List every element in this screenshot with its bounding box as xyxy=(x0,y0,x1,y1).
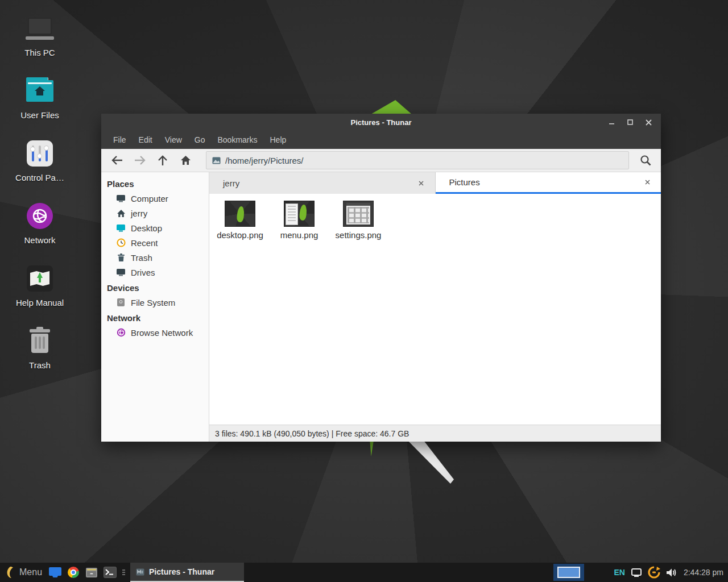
search-button[interactable] xyxy=(636,151,655,169)
applications-menu-button[interactable]: Menu xyxy=(3,563,44,582)
tab-label: jerry xyxy=(223,178,239,188)
sidebar-item-label: Computer xyxy=(131,194,168,203)
desktop-icon-trash[interactable]: Trash xyxy=(5,326,75,385)
volume-icon[interactable] xyxy=(666,568,677,577)
file-desktop-png[interactable]: desktop.png xyxy=(213,198,267,240)
active-workspace[interactable] xyxy=(557,567,580,578)
wallpaper-logo-white-blade xyxy=(405,442,454,484)
clock[interactable]: 2:44:28 pm xyxy=(682,568,723,577)
file-cabinet-icon xyxy=(85,567,98,578)
back-button[interactable] xyxy=(107,152,127,169)
file-system-drive-icon xyxy=(116,298,126,307)
sidebar-item-jerry[interactable]: jerry xyxy=(101,206,209,221)
computer-icon xyxy=(116,194,126,203)
file-name: menu.png xyxy=(280,230,318,240)
tab-close-button[interactable] xyxy=(642,177,653,188)
sidebar-item-label: File System xyxy=(131,298,175,307)
image-file-icon xyxy=(212,157,221,164)
tasklist-grip[interactable] xyxy=(121,569,127,575)
status-bar: 3 files: 490.1 kB (490,050 bytes) | Free… xyxy=(209,425,661,442)
this-pc-icon xyxy=(25,14,55,43)
help-manual-icon xyxy=(25,264,55,293)
desktop-icon-user-files[interactable]: User Files xyxy=(5,76,75,135)
blue-display-icon xyxy=(48,567,62,578)
wallpaper-logo-green-sliver xyxy=(367,442,377,456)
minimize-button[interactable] xyxy=(605,116,619,128)
file-thumbnail xyxy=(343,201,374,227)
home-icon xyxy=(116,209,126,218)
taskbar-window-label: Pictures - Thunar xyxy=(149,567,214,576)
distro-logo-icon xyxy=(6,566,15,579)
desktop-icon-help-manual[interactable]: Help Manual xyxy=(5,264,75,323)
sidebar-item-label: Recent xyxy=(131,238,158,248)
update-manager-icon[interactable] xyxy=(648,566,660,579)
file-menu-png[interactable]: menu.png xyxy=(272,198,326,240)
window-titlebar[interactable]: Pictures - Thunar xyxy=(101,114,661,131)
sidebar-item-recent[interactable]: Recent xyxy=(101,235,209,250)
close-button[interactable] xyxy=(642,116,655,128)
forward-button[interactable] xyxy=(130,152,150,169)
trash-icon xyxy=(25,326,55,356)
status-text: 3 files: 490.1 kB (490,050 bytes) | Free… xyxy=(215,429,409,438)
desktop-icon-this-pc[interactable]: This PC xyxy=(5,14,75,73)
desktop-icon-label: Help Manual xyxy=(16,298,64,307)
chrome-icon xyxy=(68,567,79,578)
workspace-switcher[interactable] xyxy=(553,564,584,581)
archive-manager-launcher[interactable] xyxy=(84,565,99,580)
desktop-icon-label: Trash xyxy=(29,360,51,370)
system-tray: EN 2:44:28 pm xyxy=(588,566,723,579)
sidebar-header-devices: Devices xyxy=(101,280,209,295)
sidebar-item-file-system[interactable]: File System xyxy=(101,295,209,310)
desktop-icon-control-panel[interactable]: Control Pa… xyxy=(5,139,75,198)
display-tray-icon[interactable] xyxy=(631,568,642,577)
terminal-launcher[interactable] xyxy=(102,565,117,580)
tab-jerry[interactable]: jerry xyxy=(209,172,436,194)
tab-label: Pictures xyxy=(449,177,480,187)
file-name: desktop.png xyxy=(217,230,263,240)
file-thumbnail xyxy=(284,201,315,227)
location-bar[interactable]: /home/jerry/Pictures/ xyxy=(206,151,629,169)
menu-edit[interactable]: Edit xyxy=(133,132,159,148)
tab-bar: jerry Pictures xyxy=(209,172,661,194)
drives-icon xyxy=(116,268,126,277)
desktop-icon-label: This PC xyxy=(24,48,55,57)
sidebar-header-places: Places xyxy=(101,176,209,191)
tab-pictures[interactable]: Pictures xyxy=(436,172,661,194)
menu-view[interactable]: View xyxy=(159,132,188,148)
sidebar-item-desktop[interactable]: Desktop xyxy=(101,221,209,235)
sidebar-item-trash[interactable]: Trash xyxy=(101,250,209,265)
chrome-launcher[interactable] xyxy=(66,565,81,580)
menu-bookmarks[interactable]: Bookmarks xyxy=(211,132,263,148)
network-globe-icon xyxy=(25,201,55,231)
thunar-window: Pictures - Thunar File Edit View Go Book… xyxy=(101,114,661,442)
home-button[interactable] xyxy=(175,152,196,169)
menu-help[interactable]: Help xyxy=(264,132,293,148)
file-manager-launcher[interactable] xyxy=(48,565,63,580)
file-settings-png[interactable]: settings.png xyxy=(331,198,386,240)
maximize-button[interactable] xyxy=(623,116,637,128)
home-folder-icon xyxy=(25,76,55,106)
menu-label: Menu xyxy=(19,567,42,577)
menu-go[interactable]: Go xyxy=(188,132,212,148)
desktop-icon-network[interactable]: Network xyxy=(5,201,75,260)
desktop-icon-label: User Files xyxy=(20,110,59,120)
sidebar-item-label: jerry xyxy=(131,209,147,218)
tab-close-button[interactable] xyxy=(416,177,427,189)
sidebar-item-label: Drives xyxy=(131,268,155,277)
recent-clock-icon xyxy=(116,238,126,248)
taskbar-window-button[interactable]: Pictures - Thunar xyxy=(130,563,244,582)
file-name: settings.png xyxy=(336,230,382,240)
trash-small-icon xyxy=(116,253,126,263)
file-view[interactable]: desktop.png menu.png settings.png xyxy=(209,194,661,425)
sidebar-item-browse-network[interactable]: Browse Network xyxy=(101,325,209,340)
sidebar-item-drives[interactable]: Drives xyxy=(101,265,209,280)
desktop-icon-label: Network xyxy=(24,235,55,245)
keyboard-layout-indicator[interactable]: EN xyxy=(614,568,624,577)
sidebar-item-computer[interactable]: Computer xyxy=(101,191,209,206)
control-panel-icon xyxy=(25,139,55,168)
menu-file[interactable]: File xyxy=(107,132,133,148)
sidebar-header-network: Network xyxy=(101,310,209,325)
location-path: /home/jerry/Pictures/ xyxy=(225,156,304,165)
up-button[interactable] xyxy=(152,152,173,169)
search-icon xyxy=(640,155,651,166)
